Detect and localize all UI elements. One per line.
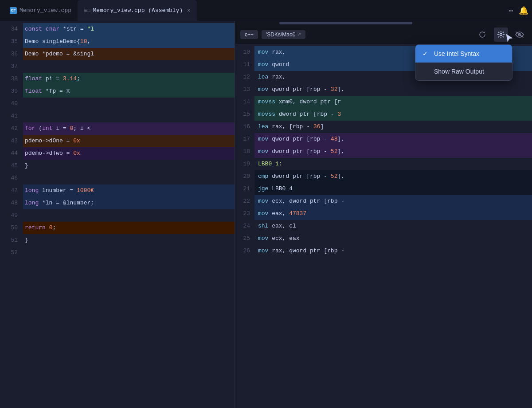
asm-line: mov qword ptr [rbp - 32],	[254, 83, 532, 96]
code-line: float pi = 3.14;	[23, 73, 235, 85]
asm-code-area: 10 11 12 13 14 15 16 17 18 19 20 21 22 2…	[235, 44, 532, 408]
empty-checkmark	[422, 68, 430, 75]
right-panel-asm: c++ 'SDKs/Mac€ ↗	[235, 21, 532, 408]
code-line: const char *str = "l	[23, 23, 235, 35]
code-line: float *fp = π	[23, 85, 235, 98]
asm-toolbar-icons	[475, 27, 527, 42]
cursor-indicator	[503, 32, 515, 44]
external-link-icon: ↗	[297, 31, 301, 37]
cpp-line-numbers: 34 35 36 37 38 39 40 41 42 43 44 45 46 4…	[0, 21, 23, 408]
checkmark-icon: ✓	[422, 50, 430, 57]
cpp-icon: C#	[10, 7, 17, 14]
scrollbar-thumb[interactable]	[279, 22, 412, 24]
code-line	[23, 110, 235, 122]
show-raw-output-option[interactable]: Show Raw Output	[415, 63, 512, 80]
asm-icon: ≡□	[84, 8, 90, 14]
lang-badge: c++	[240, 30, 258, 39]
code-line: long lnumber = 1000€	[23, 184, 235, 197]
tab-asm-label: Memory_view.cpp (Assembly)	[93, 7, 183, 14]
cursor-icon	[504, 33, 514, 43]
asm-line: mov rax, qword ptr [rbp -	[254, 245, 532, 257]
cpp-code-area: 34 35 36 37 38 39 40 41 42 43 44 45 46 4…	[0, 21, 235, 408]
dropdown-menu: ✓ Use Intel Syntax Show Raw Output	[415, 44, 512, 81]
show-raw-output-label: Show Raw Output	[434, 68, 484, 75]
tab-bar-right: ⋯ 🔔	[509, 6, 528, 16]
use-intel-syntax-label: Use Intel Syntax	[434, 50, 479, 57]
code-line: }	[23, 160, 235, 172]
code-line	[23, 172, 235, 184]
code-line: pdemo->dTwo = 0x	[23, 147, 235, 160]
tab-cpp-label: Memory_view.cpp	[20, 7, 71, 14]
asm-line: shl eax, cl	[254, 220, 532, 232]
asm-line: lea rax, [rbp - 36]	[254, 121, 532, 133]
asm-toolbar: c++ 'SDKs/Mac€ ↗	[235, 25, 532, 44]
asm-line: movss xmm0, dword ptr [r	[254, 96, 532, 108]
asm-line: mov qword ptr [rbp - 48],	[254, 133, 532, 145]
code-line: return 0;	[23, 222, 235, 234]
code-line: Demo singleDemo{10,	[23, 35, 235, 48]
tab-cpp-source[interactable]: C# Memory_view.cpp	[4, 0, 78, 21]
asm-line: LBB0_1:	[254, 158, 532, 170]
cpp-code-lines: const char *str = "l Demo singleDemo{10,…	[23, 21, 235, 408]
code-line	[23, 247, 235, 259]
scrollbar-track[interactable]	[235, 21, 532, 25]
notifications-button[interactable]: 🔔	[519, 6, 528, 16]
asm-line: mov ecx, eax	[254, 232, 532, 245]
path-badge: 'SDKs/Mac€ ↗	[262, 30, 305, 39]
code-line: Demo *pdemo = &singl	[23, 48, 235, 60]
more-options-button[interactable]: ⋯	[509, 6, 513, 16]
tab-close-button[interactable]: ✕	[187, 7, 190, 14]
asm-line: movss dword ptr [rbp - 3	[254, 108, 532, 121]
asm-line: mov eax, 47837	[254, 208, 532, 220]
code-line: for (int i = 0; i <	[23, 122, 235, 135]
code-line: }	[23, 234, 235, 247]
asm-code-lines: mov rax, mov qword lea rax, mov qword pt…	[254, 44, 532, 408]
tab-asm[interactable]: ≡□ Memory_view.cpp (Assembly) ✕	[78, 0, 196, 21]
left-panel-cpp: 34 35 36 37 38 39 40 41 42 43 44 45 46 4…	[0, 21, 235, 408]
code-line	[23, 209, 235, 222]
refresh-button[interactable]	[475, 27, 489, 42]
code-line	[23, 60, 235, 73]
asm-line: cmp dword ptr [rbp - 52],	[254, 170, 532, 183]
asm-line: mov ecx, dword ptr [rbp -	[254, 195, 532, 208]
asm-line-numbers: 10 11 12 13 14 15 16 17 18 19 20 21 22 2…	[235, 44, 254, 408]
use-intel-syntax-option[interactable]: ✓ Use Intel Syntax	[415, 45, 512, 63]
asm-line: jge LBB0_4	[254, 183, 532, 195]
code-line	[23, 98, 235, 110]
code-line: pdemo->dOne = 0x	[23, 135, 235, 147]
refresh-icon	[478, 31, 486, 39]
svg-point-0	[500, 33, 502, 35]
tab-bar: C# Memory_view.cpp ≡□ Memory_view.cpp (A…	[0, 0, 532, 21]
code-line: long *ln = &lnumber;	[23, 197, 235, 209]
asm-line: mov dword ptr [rbp - 52],	[254, 145, 532, 158]
path-badge-text: 'SDKs/Mac€	[266, 31, 295, 38]
main-content: 34 35 36 37 38 39 40 41 42 43 44 45 46 4…	[0, 21, 532, 408]
eye-slash-icon	[515, 31, 524, 39]
